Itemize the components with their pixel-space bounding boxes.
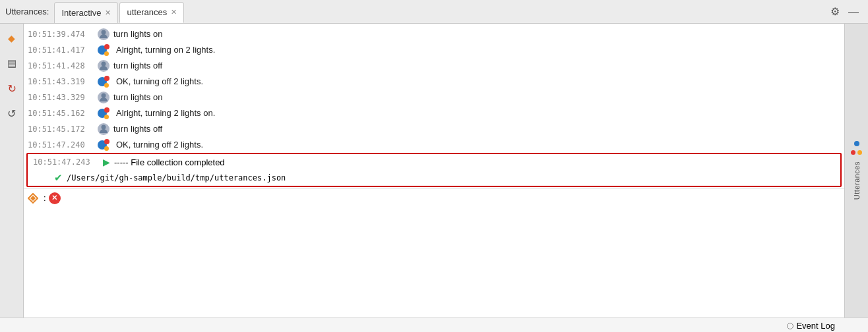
log-timestamp: 10:51:43.319: [28, 76, 94, 88]
log-text: Alright, turning on 2 lights.: [116, 43, 839, 57]
tab-bar-label: Utterances:: [5, 7, 49, 16]
left-sidebar: ◆ ▤ ↺ ↺: [0, 24, 24, 318]
log-row: 10:51:45.162 Alright, turning 2 lights o…: [24, 105, 844, 121]
log-text: turn lights on: [113, 91, 839, 104]
svg-point-3: [102, 125, 106, 130]
log-text: OK, turning off 2 lights.: [116, 138, 839, 152]
undo-sidebar-icon[interactable]: ↺: [3, 104, 21, 123]
tab-interactive-label: Interactive: [61, 8, 101, 18]
log-timestamp: 10:51:41.417: [28, 44, 94, 56]
assistant-avatar: [98, 44, 112, 56]
log-row: 10:51:41.417 Alright, turning on 2 light…: [24, 42, 844, 58]
list-sidebar-icon[interactable]: ▤: [3, 54, 21, 72]
svg-point-0: [102, 30, 106, 35]
log-text: OK, turning off 2 lights.: [116, 75, 839, 88]
log-text: turn lights on: [113, 28, 839, 41]
log-row: 10:51:45.172 turn lights off: [24, 121, 844, 137]
user-avatar: [98, 123, 109, 135]
log-timestamp: 10:51:43.329: [28, 92, 94, 103]
log-text: turn lights off: [113, 59, 839, 72]
log-text: turn lights off: [113, 123, 839, 136]
log-timestamp: 10:51:47.243: [33, 157, 99, 167]
log-timestamp: 10:51:45.162: [28, 107, 94, 119]
log-timestamp: 10:51:45.172: [28, 123, 94, 135]
dot-yellow: [857, 150, 862, 155]
svg-point-1: [102, 62, 106, 67]
error-badge: ✕: [49, 192, 61, 204]
main-content: ◆ ▤ ↺ ↺ 10:51:39.474 turn lights on 10:: [0, 24, 868, 318]
play-icon: ▶: [103, 157, 110, 167]
file-path-row: ✔ /Users/git/gh-sample/build/tmp/utteran…: [28, 170, 840, 186]
refresh-sidebar-icon[interactable]: ↺: [3, 79, 21, 97]
log-timestamp: 10:51:47.240: [28, 139, 94, 151]
log-row: 10:51:41.428 turn lights off: [24, 58, 844, 74]
check-circle-icon: ✔: [54, 172, 63, 184]
file-collection-text: ----- File collection completed: [114, 157, 835, 167]
right-sidebar-label: Utterances: [853, 161, 861, 200]
log-row: 10:51:43.319 OK, turning off 2 lights.: [24, 74, 844, 90]
right-sidebar-content: Utterances: [851, 141, 862, 200]
dot-red: [851, 150, 855, 155]
assistant-avatar: [98, 76, 112, 88]
tab-bar: Utterances: Interactive ✕ utterances ✕ ⚙…: [0, 0, 868, 24]
dot-blue: [854, 141, 859, 146]
log-area[interactable]: 10:51:39.474 turn lights on 10:51:41.417: [24, 24, 844, 318]
event-log-label: Event Log: [796, 321, 835, 331]
log-row: 10:51:43.329 turn lights on: [24, 90, 844, 105]
settings-icon[interactable]: ⚙: [828, 5, 842, 18]
log-timestamp: 10:51:41.428: [28, 60, 94, 72]
user-avatar: [98, 28, 109, 40]
bottom-row: : ✕: [24, 188, 844, 207]
tab-interactive-close[interactable]: ✕: [105, 9, 111, 16]
log-text: Alright, turning 2 lights on.: [116, 107, 839, 120]
app-container: Utterances: Interactive ✕ utterances ✕ ⚙…: [0, 0, 868, 332]
minimize-icon[interactable]: —: [847, 5, 860, 18]
right-sidebar: Utterances: [844, 24, 868, 318]
log-timestamp: 10:51:39.474: [28, 28, 94, 40]
log-row: 10:51:47.240 OK, turning off 2 lights.: [24, 137, 844, 153]
file-collection-row: 10:51:47.243 ▶ ----- File collection com…: [28, 154, 840, 170]
tab-utterances-label: utterances: [127, 7, 167, 17]
user-avatar: [98, 60, 109, 72]
highlighted-block: 10:51:47.243 ▶ ----- File collection com…: [26, 153, 842, 187]
bottom-status-bar: Event Log: [0, 318, 868, 332]
colon-separator: :: [44, 193, 46, 203]
assistant-avatar: [98, 139, 112, 151]
event-log-circle-icon: [787, 323, 793, 329]
svg-point-2: [102, 94, 106, 98]
play-sidebar-icon[interactable]: ◆: [3, 29, 21, 47]
right-sidebar-dots: [851, 141, 862, 155]
assistant-avatar: [98, 107, 112, 119]
user-avatar: [98, 92, 109, 103]
event-log-area[interactable]: Event Log: [787, 321, 835, 331]
file-path-text: /Users/git/gh-sample/build/tmp/utterance…: [67, 173, 286, 182]
tab-utterances-close[interactable]: ✕: [171, 9, 177, 16]
tab-utterances[interactable]: utterances ✕: [119, 2, 184, 23]
log-row: 10:51:39.474 turn lights on: [24, 26, 844, 42]
tab-interactive[interactable]: Interactive ✕: [54, 2, 118, 23]
tab-bar-actions: ⚙ —: [828, 5, 868, 18]
diamond-icon: [28, 193, 38, 204]
